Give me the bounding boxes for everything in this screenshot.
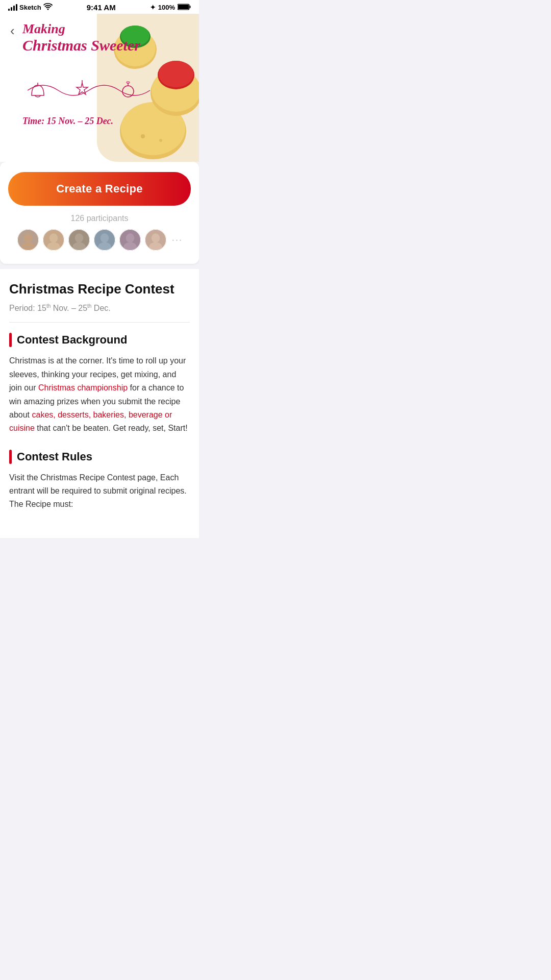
svg-point-9 [159,61,193,87]
bluetooth-icon: ✦ [150,4,156,11]
svg-rect-2 [189,6,190,8]
create-recipe-button[interactable]: Create a Recipe [8,172,191,206]
contest-background-heading: Contest Background [9,333,190,347]
svg-point-28 [43,229,64,251]
banner-time-label: Time: 15 Nov. – 25 Dec. [22,116,113,127]
red-bar-background [9,333,12,347]
contest-title: Christmas Recipe Contest [9,281,190,297]
back-button[interactable]: ‹ [6,21,19,41]
svg-point-14 [141,134,145,138]
svg-point-18 [122,86,134,97]
banner-making-label: Making [22,21,140,37]
contest-rules-heading: Contest Rules [9,450,190,464]
status-right: ✦ 100% [150,4,191,12]
divider-1 [9,322,190,323]
christmas-championship-link[interactable]: Christmas championship [38,383,128,392]
signal-icon [8,4,17,11]
svg-point-40 [119,229,141,251]
svg-rect-1 [178,5,189,9]
battery-label: 100% [158,4,175,11]
status-left: Sketch [8,3,53,12]
svg-point-36 [94,229,115,251]
red-bar-rules [9,450,12,464]
time-label: 9:41 AM [87,3,116,12]
avatars-more-icon: ··· [171,233,182,247]
avatar-5 [118,228,142,252]
avatar-1 [16,228,40,252]
banner-ornaments [22,75,155,111]
battery-icon [178,4,191,12]
status-bar: Sketch 9:41 AM ✦ 100% [0,0,199,14]
avatar-6 [144,228,167,252]
contest-background-body: Christmas is at the corner. It's time to… [9,354,190,435]
banner: ‹ Making Christmas Sweeter [0,14,199,162]
svg-point-32 [68,229,90,251]
contest-rules-body: Visit the Christmas Recipe Contest page,… [9,471,190,511]
avatar-4 [93,228,116,252]
period-text: Period: 15th Nov. – 25th Dec. [9,303,190,313]
cta-card: Create a Recipe 126 participants [0,162,199,264]
banner-christmas-label: Christmas Sweeter [22,37,140,54]
wifi-icon [43,3,53,12]
contest-background-title: Contest Background [17,333,127,347]
body-text-3: that can't be beaten. Get ready, set, St… [35,424,188,432]
participants-count-label: 126 participants [8,214,191,223]
main-content: Christmas Recipe Contest Period: 15th No… [0,269,199,538]
svg-point-15 [159,139,162,142]
banner-text-group: Making Christmas Sweeter [22,21,140,54]
svg-rect-20 [127,82,130,83]
svg-point-24 [17,229,39,251]
avatar-2 [42,228,65,252]
contest-rules-title: Contest Rules [17,450,92,463]
avatars-row: ··· [8,228,191,252]
svg-point-44 [145,229,166,251]
avatar-3 [67,228,91,252]
carrier-label: Sketch [19,4,41,11]
